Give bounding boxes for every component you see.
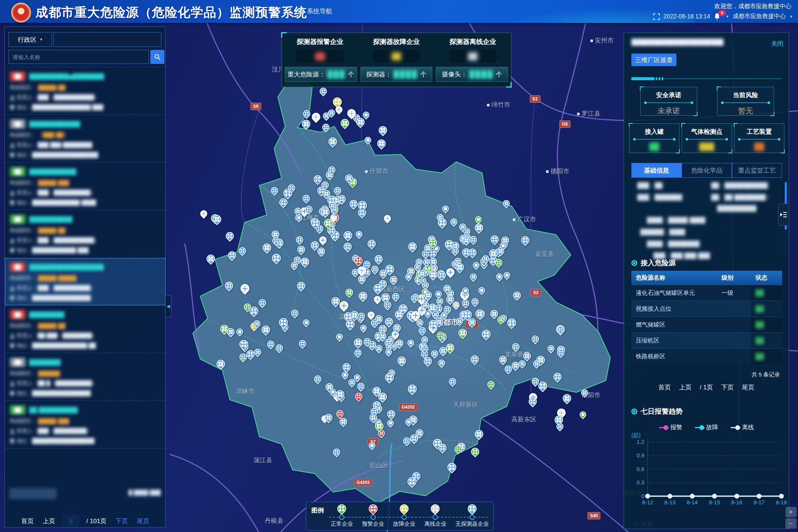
counter-box: 探测器：████个 [361,67,433,82]
search-input[interactable] [8,50,149,64]
sidebar-collapse-button[interactable]: ◀ [166,296,171,317]
close-button[interactable]: 关闭 [771,40,784,48]
svg-text:8-18: 8-18 [776,499,787,505]
location-pin-icon [10,391,14,396]
contact-line: 联系人：███（███████████） [10,237,161,244]
detail-stat-divider [634,139,675,140]
legend-node-icon [371,515,376,520]
location-pin-icon [10,105,14,110]
table-row[interactable]: 视频接入点位██ [631,301,782,317]
cell-hazard-status: ██ [751,301,782,317]
city-label: 罗江县 [577,109,600,118]
detail-prev-page[interactable]: 上页 [679,383,692,392]
page-input[interactable] [64,516,78,526]
company-title: ██████████████████████ [631,39,764,45]
counter-value: ███ [327,70,345,78]
contact-line: 联系人：███（█████████） [10,428,161,434]
next-page-button[interactable]: 下页 [115,517,128,525]
company-card[interactable]: ███████████构成级别：█████-██联系人：██ ███（█████… [5,306,166,353]
svg-text:0.3: 0.3 [637,479,644,485]
cell-hazard-name: 燃气储罐区 [631,321,717,329]
table-row[interactable]: 铁路栈桥区██ [631,348,782,364]
prev-page-button[interactable]: 上页 [43,517,55,525]
status-badge: ██ [10,405,25,415]
expand-panel-button[interactable] [778,204,789,226]
system-nav-button[interactable]: 系统导航 [299,7,332,16]
svg-text:0.6: 0.6 [637,466,644,472]
status-badge: ██ [10,310,25,319]
app-root: 汶川县安州市绵竹市罗江县什邡市德阳市广汉市金堂县都江堰市高新西区温江区成都市龙泉… [0,0,798,532]
detail-stat-value: ██ [630,143,679,151]
notification-bell[interactable]: 0 [714,13,722,20]
trend-legend-item[interactable]: 故障 [695,424,718,432]
contact-line: 联系人：██ ███（████████） [10,332,161,339]
company-card[interactable]: █████████████████████构成级别：█████-█████联系人… [5,258,166,306]
first-page-button[interactable]: 首页 [21,517,34,525]
company-name: █████████ [29,311,65,318]
table-row[interactable]: 压缩机区██ [631,332,782,348]
counter-label: 摄像头： [442,70,467,79]
tab-item[interactable]: 危险化学品 [682,163,732,178]
svg-text:8-15: 8-15 [709,499,720,505]
city-dot-icon [577,113,580,115]
cell-hazard-status: ██ [751,349,782,364]
district-select[interactable]: 行政区 ▼ [8,32,52,47]
address-line: 地址：█████████████████ [10,438,161,444]
trend-legend-item[interactable]: 报警 [659,424,682,432]
svg-text:1.2: 1.2 [637,439,644,445]
safety-promise-box: 安全承诺 未承诺 [640,87,697,116]
patrol-3d-button[interactable]: 三维厂区巡查 [631,54,676,66]
last-page-button[interactable]: 尾页 [137,517,149,525]
svg-text:0: 0 [641,493,644,499]
legend-pin-icon [367,502,379,515]
table-row[interactable]: 燃气储罐区██ [631,317,782,332]
address-line: 地址：███████████████ ██ [10,342,161,349]
location-pin-icon [10,343,14,348]
org-name[interactable]: 成都市应急救援中心 [733,13,786,20]
legend-item: 正常企业 [331,504,353,530]
search-button[interactable] [150,50,164,64]
company-card[interactable]: ██████████构成级别：██████联系人：██ █（██████████… [5,353,166,401]
zoom-out-button[interactable]: − [785,518,797,529]
detail-next-page[interactable]: 下页 [721,383,734,392]
company-card[interactable]: ████ ██████████构成级别：█████-███联系人：███（███… [5,401,166,449]
stat-label: 探测器离线企业 [434,37,511,46]
tab-active[interactable]: 基础信息 [631,163,682,178]
fullscreen-icon[interactable] [653,13,660,20]
detail-tabs: 基础信息危险化学品重点监管工艺 [631,163,782,178]
status-badge: ██ [10,215,25,224]
table-row[interactable]: 液化石油气储罐区单元一级██ [631,285,782,301]
cell-hazard-name: 液化石油气储罐区单元 [631,289,717,297]
road-number-badge: G4202 [399,403,417,411]
road-number-badge: S9 [250,103,261,110]
legend-node-icon [339,515,344,520]
district-input[interactable] [54,32,161,47]
company-card[interactable]: ████████████▆████████构成级别：█████-██联系人：██… [5,67,166,115]
redacted-control [9,488,57,499]
counter-unit: 个 [496,70,502,79]
detail-last-page[interactable]: 尾页 [742,383,754,392]
trend-legend-label: 报警 [671,424,682,432]
company-card[interactable]: █████████████构成级别：█████-██联系人：███（██████… [5,210,166,258]
status-value: ██ [756,290,764,296]
person-icon [10,95,15,100]
company-card[interactable]: ██████████████构成级别：█████-███联系人：███（████… [5,163,166,210]
tab-item[interactable]: 重点监管工艺 [732,163,782,178]
company-card[interactable]: ███████████████构成级别：【███-██】联系人：███ ███-… [5,115,166,163]
bullseye-icon [631,260,637,266]
cell-hazard-name: 压缩机区 [631,337,717,345]
svg-text:8-12: 8-12 [642,499,653,505]
trend-legend-item[interactable]: 离线 [731,424,754,432]
stat-value: ██ [316,52,325,60]
zoom-in-button[interactable]: + [785,507,797,517]
city-dot-icon [590,40,593,42]
info-field: ████：█████-████ [647,217,705,224]
detail-first-page[interactable]: 首页 [658,383,671,392]
legend-title: 图例 [306,502,326,530]
city-dot-icon [487,104,490,106]
address-line: 地址：████████████████ ███ [10,104,161,111]
road-number-badge: G5 [559,120,570,128]
trend-section-header: 七日报警趋势 [631,407,683,416]
counter-value: ████ [394,70,418,78]
svg-text:8-17: 8-17 [754,499,765,505]
